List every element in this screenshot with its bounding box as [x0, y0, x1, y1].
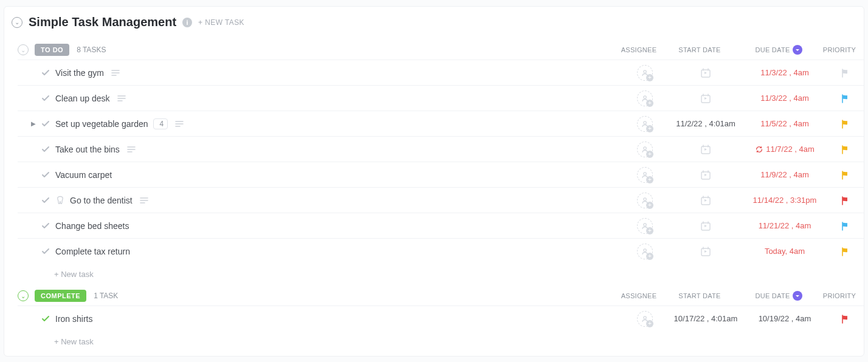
- description-icon[interactable]: [117, 95, 126, 102]
- due-date-value[interactable]: 11/3/22 , 4am: [742, 68, 827, 77]
- priority-flag-icon[interactable]: [841, 170, 850, 180]
- priority-flag-icon[interactable]: [841, 196, 850, 205]
- due-date-value[interactable]: Today, 4am: [742, 247, 827, 256]
- status-group: ⌄ TO DO 8 TASKS ASSIGNEE START DATE DUE …: [4, 40, 864, 282]
- task-row[interactable]: Iron shirts 10/17/22 , 4:01am 10/19/22 ,…: [18, 306, 864, 331]
- col-due-date[interactable]: DUE DATE: [736, 45, 821, 55]
- task-title[interactable]: Take out the bins: [55, 145, 120, 154]
- complete-check-icon[interactable]: [41, 196, 50, 205]
- start-date-value[interactable]: 10/17/22 , 4:01am: [674, 314, 738, 323]
- start-date-placeholder[interactable]: [700, 92, 712, 104]
- complete-check-icon[interactable]: [41, 94, 50, 103]
- assignee-placeholder[interactable]: [637, 65, 653, 81]
- status-pill[interactable]: TO DO: [35, 44, 69, 56]
- task-title[interactable]: Vacuum carpet: [55, 170, 112, 180]
- task-title[interactable]: Set up vegetable garden: [55, 119, 148, 129]
- assignee-placeholder[interactable]: [637, 90, 653, 106]
- assignee-placeholder[interactable]: [637, 218, 653, 234]
- task-row[interactable]: Take out the bins 11/7/22 , 4am: [18, 136, 864, 162]
- task-title[interactable]: Visit the gym: [55, 68, 104, 78]
- start-date-placeholder[interactable]: [700, 220, 712, 232]
- task-row[interactable]: Vacuum carpet 11/9/22 , 4am: [18, 162, 864, 187]
- subtask-count[interactable]: 4: [153, 118, 168, 129]
- due-date-value[interactable]: 11/7/22 , 4am: [742, 145, 827, 154]
- status-pill[interactable]: COMPLETE: [35, 290, 86, 302]
- recurring-icon: [755, 145, 763, 154]
- collapse-group-icon[interactable]: ⌄: [18, 290, 29, 301]
- complete-check-icon[interactable]: [41, 119, 50, 129]
- priority-flag-icon[interactable]: [841, 94, 850, 103]
- complete-check-icon[interactable]: [41, 145, 50, 154]
- due-date-value[interactable]: 10/19/22 , 4am: [742, 314, 827, 323]
- task-row[interactable]: Change bed sheets 11/21/22 , 4am: [18, 213, 864, 238]
- complete-check-icon[interactable]: [41, 170, 50, 180]
- priority-flag-icon[interactable]: [841, 119, 850, 129]
- sort-asc-icon: [793, 45, 802, 55]
- description-icon[interactable]: [140, 197, 148, 204]
- complete-check-icon[interactable]: [41, 247, 50, 256]
- collapse-list-icon[interactable]: ⌄: [12, 17, 22, 28]
- task-count: 1 TASK: [94, 292, 118, 300]
- priority-flag-icon[interactable]: [841, 221, 850, 231]
- task-row[interactable]: Visit the gym 11/3/22 , 4am: [18, 60, 864, 85]
- start-date-placeholder[interactable]: [700, 143, 712, 155]
- col-start-date[interactable]: START DATE: [663, 292, 736, 299]
- task-title[interactable]: Go to the dentist: [70, 196, 133, 205]
- description-icon[interactable]: [127, 146, 136, 153]
- complete-check-icon[interactable]: [41, 314, 50, 324]
- due-date-value[interactable]: 11/14/22 , 3:31pm: [742, 196, 827, 205]
- status-group: ⌄ COMPLETE 1 TASK ASSIGNEE START DATE DU…: [4, 286, 864, 350]
- info-icon[interactable]: i: [182, 18, 192, 27]
- col-start-date[interactable]: START DATE: [663, 46, 736, 53]
- list-header: ⌄ Simple Task Management i + NEW TASK: [4, 13, 864, 36]
- priority-flag-icon[interactable]: [841, 68, 850, 78]
- start-date-value[interactable]: 11/2/22 , 4:01am: [676, 119, 735, 128]
- task-row[interactable]: Complete tax return Today, 4am: [18, 238, 864, 264]
- assignee-placeholder[interactable]: [637, 193, 653, 208]
- tooth-icon: [55, 196, 65, 205]
- start-date-placeholder[interactable]: [700, 67, 712, 79]
- task-count: 8 TASKS: [77, 46, 106, 54]
- task-row[interactable]: Go to the dentist 11/14/22 , 3:31pm: [18, 187, 864, 213]
- sort-asc-icon: [793, 291, 802, 301]
- task-title[interactable]: Iron shirts: [55, 314, 92, 324]
- due-date-value[interactable]: 11/5/22 , 4am: [742, 119, 827, 128]
- collapse-group-icon[interactable]: ⌄: [18, 44, 29, 55]
- start-date-placeholder[interactable]: [700, 169, 712, 181]
- task-title[interactable]: Complete tax return: [55, 247, 130, 256]
- due-date-value[interactable]: 11/9/22 , 4am: [742, 170, 827, 179]
- col-priority[interactable]: PRIORITY: [821, 292, 858, 299]
- assignee-placeholder[interactable]: [637, 311, 653, 327]
- start-date-placeholder[interactable]: [700, 245, 712, 258]
- col-assignee[interactable]: ASSIGNEE: [615, 46, 663, 53]
- due-date-value[interactable]: 11/3/22 , 4am: [742, 94, 827, 103]
- task-row[interactable]: ▶ Set up vegetable garden 4 11/2/22 , 4:…: [18, 111, 864, 136]
- assignee-placeholder[interactable]: [637, 244, 653, 259]
- task-title[interactable]: Change bed sheets: [55, 221, 129, 231]
- expand-subtasks-icon[interactable]: ▶: [31, 120, 36, 127]
- assignee-placeholder[interactable]: [637, 167, 653, 183]
- list-title: Simple Task Management: [29, 15, 176, 29]
- complete-check-icon[interactable]: [41, 221, 50, 231]
- col-assignee[interactable]: ASSIGNEE: [615, 292, 663, 299]
- task-title[interactable]: Clean up desk: [55, 94, 110, 103]
- col-priority[interactable]: PRIORITY: [821, 46, 858, 53]
- description-icon[interactable]: [175, 120, 184, 128]
- assignee-placeholder[interactable]: [637, 142, 653, 157]
- priority-flag-icon[interactable]: [841, 145, 850, 154]
- assignee-placeholder[interactable]: [637, 116, 653, 132]
- description-icon[interactable]: [111, 69, 120, 77]
- priority-flag-icon[interactable]: [841, 314, 850, 324]
- due-date-value[interactable]: 11/21/22 , 4am: [742, 221, 827, 230]
- list-panel: ⌄ Simple Task Management i + NEW TASK ⌄ …: [4, 6, 864, 357]
- new-task-row[interactable]: + New task: [18, 264, 864, 282]
- complete-check-icon[interactable]: [41, 68, 50, 78]
- start-date-placeholder[interactable]: [700, 194, 712, 207]
- new-task-button[interactable]: + NEW TASK: [198, 18, 244, 27]
- priority-flag-icon[interactable]: [841, 247, 850, 256]
- col-due-date[interactable]: DUE DATE: [736, 291, 821, 301]
- new-task-row[interactable]: + New task: [18, 331, 864, 350]
- task-row[interactable]: Clean up desk 11/3/22 , 4am: [18, 85, 864, 111]
